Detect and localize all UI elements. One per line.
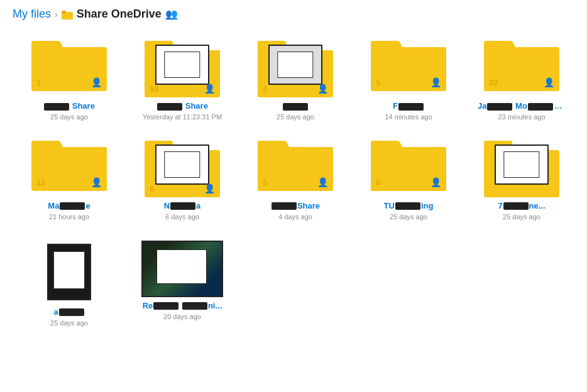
preview-overlay [503,151,539,178]
folder-thumbnail [484,141,559,197]
redacted-text [283,103,308,111]
redacted-text [59,308,84,316]
folder-share-icon: 👤 [204,84,215,94]
folder-item[interactable]: 22 👤 Ja Mohare 23 minutes ago [471,36,572,126]
folder-share-icon: 👤 [544,77,554,87]
file-date: 6 days ago [165,213,199,220]
redacted-text [487,103,512,111]
file-name: Mae [48,201,90,212]
folder-thumbnail: 0 👤 [371,141,446,197]
preview-overlay [277,52,313,78]
folder-with-preview: 4 👤 [258,41,333,97]
redacted-text [60,202,85,210]
folder-item[interactable]: 5 👤 F 14 minutes ago [358,36,459,126]
file-name: TUing [384,201,434,212]
folder-body: 5 👤 [258,147,333,191]
redacted-text [182,302,207,310]
folder-thumbnail: 5 👤 [371,41,446,97]
folder-preview [495,144,549,185]
folder-share-icon: 👤 [317,84,328,94]
folder-item[interactable]: 1 👤 Share 25 days ago [19,36,119,126]
folder-body: 22 👤 [484,47,559,91]
redacted-text [44,103,69,111]
share-people-icon[interactable]: 👥 [165,8,178,20]
folder-shape: 5 👤 [258,141,333,191]
folder-share-icon: 👤 [317,177,328,187]
folder-preview [155,144,209,185]
folder-thumbnail: 22 👤 [484,41,559,97]
folder-share-icon: 👤 [204,183,215,193]
image-preview [47,244,91,300]
my-files-link[interactable]: My files [13,8,51,21]
file-name: Re ni... [143,301,222,312]
folder-share-icon: 👤 [91,177,102,187]
file-date: 23 minutes ago [498,113,545,121]
file-date: 4 days ago [278,213,312,220]
redacted-text [398,103,424,111]
file-name [282,101,309,112]
svg-rect-2 [62,11,66,13]
file-date: 25 days ago [390,213,427,220]
standalone-image-thumb [141,241,223,297]
standalone-image-thumb [41,241,97,303]
folder-shape: 1 👤 [31,41,107,91]
image-item[interactable]: Re ni... 20 days ago [132,236,233,332]
file-grid: 1 👤 Share 25 days ago 59 👤 [13,36,574,332]
folder-item[interactable]: 59 👤 Share Yesterday at 11:23:31 PM [132,36,233,126]
folder-item[interactable]: 6 👤 Na 6 days ago [132,136,233,226]
folder-thumbnail: 59 👤 [145,41,220,97]
folder-preview [268,45,322,85]
current-folder: Share OneDrive [62,8,162,21]
file-date: 21 hours ago [49,213,89,220]
folder-body: 12 👤 [31,147,107,191]
folder-count: 59 [150,84,158,94]
current-folder-name: Share OneDrive [77,8,162,21]
file-name: F [393,101,424,112]
file-name: Share [43,101,95,112]
folder-count: 4 [263,84,267,94]
folder-item[interactable]: 0 👤 TUing 25 days ago [358,136,459,226]
folder-shape: 12 👤 [31,141,107,191]
folder-shape: 5 👤 [371,41,446,91]
folder-share-icon: 👤 [431,177,441,187]
folder-share-icon: 👤 [431,77,441,87]
folder-item[interactable]: 12 👤 Mae 21 hours ago [19,136,119,226]
redacted-text [528,103,553,111]
folder-shape: 22 👤 [484,41,559,91]
folder-with-preview: 59 👤 [145,41,220,97]
preview-white-box [53,251,85,289]
folder-with-preview [484,141,559,197]
file-date: 20 days ago [163,313,201,320]
folder-preview [155,45,209,85]
folder-body: 5 👤 [371,47,446,91]
folder-count: 0 [376,178,380,187]
folder-share-icon: 👤 [91,77,102,87]
breadcrumb: My files › Share OneDrive 👥 [13,8,574,21]
redacted-text [272,202,297,210]
folder-item[interactable]: 4 👤 25 days ago [245,36,346,126]
folder-count: 6 [150,184,154,193]
file-date: 25 days ago [50,113,88,121]
file-date: 25 days ago [503,213,540,220]
file-name: Share [271,201,320,212]
file-name: a [53,307,84,318]
image-item[interactable]: 7ne... 25 days ago [471,136,572,226]
redacted-text [395,202,420,210]
redacted-text [157,103,182,111]
folder-body: 0 👤 [371,147,446,191]
image-preview [141,241,223,297]
folder-with-preview: 6 👤 [145,141,220,197]
preview-overlay [164,52,200,78]
preview-white-box [156,249,207,284]
folder-icon [62,9,73,20]
breadcrumb-chevron: › [55,9,58,19]
redacted-text [170,202,195,210]
folder-count: 5 [376,78,380,87]
image-item[interactable]: a 25 days ago [19,236,119,332]
file-name: Na [164,201,201,212]
folder-count: 1 [36,78,41,87]
folder-item[interactable]: 5 👤 Share 4 days ago [245,136,346,226]
folder-count: 5 [263,178,267,187]
file-name: 7ne... [498,201,545,212]
folder-count: 22 [489,78,498,87]
